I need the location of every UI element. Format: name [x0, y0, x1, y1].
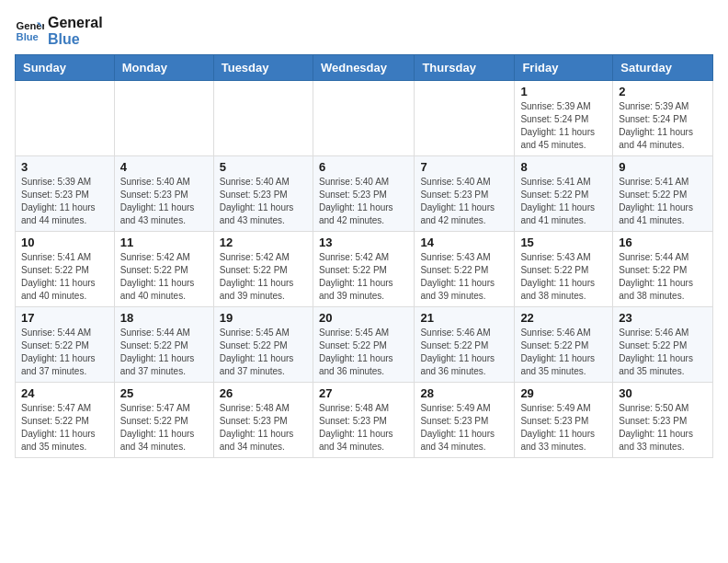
day-number: 8	[520, 160, 607, 174]
day-number: 4	[120, 160, 208, 174]
calendar-week-3: 10Sunrise: 5:41 AM Sunset: 5:22 PM Dayli…	[16, 232, 713, 307]
calendar-cell: 1Sunrise: 5:39 AM Sunset: 5:24 PM Daylig…	[515, 81, 613, 156]
calendar-cell: 21Sunrise: 5:46 AM Sunset: 5:22 PM Dayli…	[415, 307, 515, 383]
day-number: 15	[520, 236, 607, 249]
calendar-cell: 23Sunrise: 5:46 AM Sunset: 5:22 PM Dayli…	[613, 307, 713, 383]
day-number: 23	[619, 311, 707, 325]
day-number: 1	[520, 85, 607, 98]
calendar-cell: 27Sunrise: 5:48 AM Sunset: 5:23 PM Dayli…	[313, 383, 414, 458]
day-info: Sunrise: 5:39 AM Sunset: 5:24 PM Dayligh…	[619, 100, 707, 152]
day-info: Sunrise: 5:42 AM Sunset: 5:22 PM Dayligh…	[319, 251, 408, 303]
day-number: 16	[619, 236, 707, 249]
calendar-cell: 13Sunrise: 5:42 AM Sunset: 5:22 PM Dayli…	[313, 232, 414, 307]
day-number: 22	[520, 311, 607, 325]
calendar-cell: 18Sunrise: 5:44 AM Sunset: 5:22 PM Dayli…	[114, 307, 213, 383]
day-number: 13	[319, 236, 408, 249]
day-info: Sunrise: 5:46 AM Sunset: 5:22 PM Dayligh…	[520, 327, 607, 378]
calendar-cell: 30Sunrise: 5:50 AM Sunset: 5:23 PM Dayli…	[613, 383, 713, 458]
calendar-week-1: 1Sunrise: 5:39 AM Sunset: 5:24 PM Daylig…	[16, 81, 713, 156]
day-info: Sunrise: 5:39 AM Sunset: 5:24 PM Dayligh…	[520, 100, 607, 152]
calendar-week-5: 24Sunrise: 5:47 AM Sunset: 5:22 PM Dayli…	[16, 383, 713, 458]
day-number: 19	[220, 311, 307, 325]
calendar-cell: 7Sunrise: 5:40 AM Sunset: 5:23 PM Daylig…	[415, 156, 515, 232]
calendar-cell: 22Sunrise: 5:46 AM Sunset: 5:22 PM Dayli…	[515, 307, 613, 383]
calendar-cell	[415, 81, 515, 156]
calendar-cell: 15Sunrise: 5:43 AM Sunset: 5:22 PM Dayli…	[515, 232, 613, 307]
calendar-cell: 6Sunrise: 5:40 AM Sunset: 5:23 PM Daylig…	[313, 156, 414, 232]
calendar-week-2: 3Sunrise: 5:39 AM Sunset: 5:23 PM Daylig…	[16, 156, 713, 232]
calendar-table: SundayMondayTuesdayWednesdayThursdayFrid…	[15, 54, 713, 458]
day-info: Sunrise: 5:47 AM Sunset: 5:22 PM Dayligh…	[21, 402, 108, 454]
day-number: 28	[420, 386, 508, 400]
calendar-cell: 26Sunrise: 5:48 AM Sunset: 5:23 PM Dayli…	[213, 383, 313, 458]
calendar-cell: 24Sunrise: 5:47 AM Sunset: 5:22 PM Dayli…	[16, 383, 115, 458]
day-number: 25	[120, 386, 208, 400]
weekday-header-monday: Monday	[114, 55, 213, 81]
day-number: 27	[319, 386, 408, 400]
weekday-header-tuesday: Tuesday	[213, 55, 313, 81]
calendar-cell	[313, 81, 414, 156]
day-number: 9	[619, 160, 707, 174]
day-info: Sunrise: 5:48 AM Sunset: 5:23 PM Dayligh…	[220, 402, 307, 454]
page-header: General Blue General Blue	[15, 15, 713, 47]
day-number: 11	[120, 236, 208, 249]
day-info: Sunrise: 5:45 AM Sunset: 5:22 PM Dayligh…	[220, 327, 307, 378]
day-number: 2	[619, 85, 707, 98]
day-info: Sunrise: 5:40 AM Sunset: 5:23 PM Dayligh…	[120, 176, 208, 227]
calendar-cell: 3Sunrise: 5:39 AM Sunset: 5:23 PM Daylig…	[16, 156, 115, 232]
day-info: Sunrise: 5:48 AM Sunset: 5:23 PM Dayligh…	[319, 402, 408, 454]
calendar-cell: 28Sunrise: 5:49 AM Sunset: 5:23 PM Dayli…	[415, 383, 515, 458]
day-number: 18	[120, 311, 208, 325]
day-info: Sunrise: 5:44 AM Sunset: 5:22 PM Dayligh…	[120, 327, 208, 378]
day-number: 20	[319, 311, 408, 325]
weekday-header-wednesday: Wednesday	[313, 55, 414, 81]
weekday-header-friday: Friday	[515, 55, 613, 81]
calendar-cell: 19Sunrise: 5:45 AM Sunset: 5:22 PM Dayli…	[213, 307, 313, 383]
day-info: Sunrise: 5:42 AM Sunset: 5:22 PM Dayligh…	[220, 251, 307, 303]
calendar-cell: 17Sunrise: 5:44 AM Sunset: 5:22 PM Dayli…	[16, 307, 115, 383]
day-info: Sunrise: 5:44 AM Sunset: 5:22 PM Dayligh…	[619, 251, 707, 303]
day-info: Sunrise: 5:41 AM Sunset: 5:22 PM Dayligh…	[520, 176, 607, 227]
day-info: Sunrise: 5:40 AM Sunset: 5:23 PM Dayligh…	[220, 176, 307, 227]
day-info: Sunrise: 5:46 AM Sunset: 5:22 PM Dayligh…	[420, 327, 508, 378]
day-info: Sunrise: 5:46 AM Sunset: 5:22 PM Dayligh…	[619, 327, 707, 378]
calendar-week-4: 17Sunrise: 5:44 AM Sunset: 5:22 PM Dayli…	[16, 307, 713, 383]
calendar-cell: 11Sunrise: 5:42 AM Sunset: 5:22 PM Dayli…	[114, 232, 213, 307]
day-number: 29	[520, 386, 607, 400]
calendar-cell: 20Sunrise: 5:45 AM Sunset: 5:22 PM Dayli…	[313, 307, 414, 383]
weekday-header-thursday: Thursday	[415, 55, 515, 81]
day-number: 7	[420, 160, 508, 174]
day-info: Sunrise: 5:39 AM Sunset: 5:23 PM Dayligh…	[21, 176, 108, 227]
day-number: 30	[619, 386, 707, 400]
day-info: Sunrise: 5:50 AM Sunset: 5:23 PM Dayligh…	[619, 402, 707, 454]
calendar-cell: 4Sunrise: 5:40 AM Sunset: 5:23 PM Daylig…	[114, 156, 213, 232]
day-number: 10	[21, 236, 108, 249]
svg-text:Blue: Blue	[17, 30, 39, 41]
day-info: Sunrise: 5:41 AM Sunset: 5:22 PM Dayligh…	[21, 251, 108, 303]
calendar-cell: 9Sunrise: 5:41 AM Sunset: 5:22 PM Daylig…	[613, 156, 713, 232]
day-info: Sunrise: 5:41 AM Sunset: 5:22 PM Dayligh…	[619, 176, 707, 227]
day-info: Sunrise: 5:43 AM Sunset: 5:22 PM Dayligh…	[420, 251, 508, 303]
calendar-cell: 16Sunrise: 5:44 AM Sunset: 5:22 PM Dayli…	[613, 232, 713, 307]
day-info: Sunrise: 5:49 AM Sunset: 5:23 PM Dayligh…	[520, 402, 607, 454]
day-info: Sunrise: 5:45 AM Sunset: 5:22 PM Dayligh…	[319, 327, 408, 378]
calendar-cell: 14Sunrise: 5:43 AM Sunset: 5:22 PM Dayli…	[415, 232, 515, 307]
day-info: Sunrise: 5:47 AM Sunset: 5:22 PM Dayligh…	[120, 402, 208, 454]
day-number: 5	[220, 160, 307, 174]
svg-text:General: General	[17, 20, 44, 31]
day-info: Sunrise: 5:49 AM Sunset: 5:23 PM Dayligh…	[420, 402, 508, 454]
day-number: 21	[420, 311, 508, 325]
day-number: 26	[220, 386, 307, 400]
logo: General Blue General Blue	[15, 15, 103, 47]
logo-blue: Blue	[48, 31, 103, 48]
day-number: 14	[420, 236, 508, 249]
day-number: 12	[220, 236, 307, 249]
logo-general: General	[48, 15, 103, 31]
day-info: Sunrise: 5:43 AM Sunset: 5:22 PM Dayligh…	[520, 251, 607, 303]
calendar-cell: 2Sunrise: 5:39 AM Sunset: 5:24 PM Daylig…	[613, 81, 713, 156]
calendar-cell	[213, 81, 313, 156]
calendar-cell: 5Sunrise: 5:40 AM Sunset: 5:23 PM Daylig…	[213, 156, 313, 232]
day-number: 3	[21, 160, 108, 174]
day-info: Sunrise: 5:44 AM Sunset: 5:22 PM Dayligh…	[21, 327, 108, 378]
day-number: 6	[319, 160, 408, 174]
